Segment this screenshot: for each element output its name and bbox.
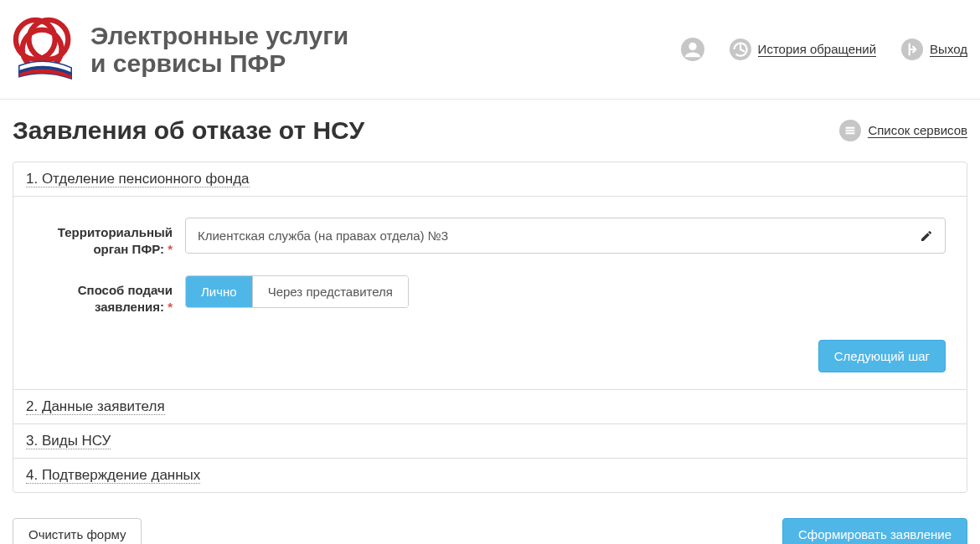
bottom-actions: Очистить форму Сформировать заявление [13, 518, 967, 544]
required-asterisk: * [168, 242, 173, 256]
svg-rect-8 [846, 127, 855, 129]
step-2-header[interactable]: 2. Данные заявителя [13, 390, 967, 424]
header-actions: История обращений Выход [681, 38, 967, 61]
step-3-title: 3. Виды НСУ [26, 433, 111, 449]
history-icon [730, 38, 751, 60]
svg-rect-9 [846, 130, 855, 131]
user-icon[interactable] [681, 38, 704, 61]
svg-rect-10 [846, 132, 855, 134]
method-toggle: Лично Через представителя [185, 275, 409, 308]
page-title: Заявления об отказе от НСУ [13, 116, 364, 145]
territory-row: Территориальный орган ПФР: * Клиентская … [34, 218, 946, 257]
method-personal-button[interactable]: Лично [186, 276, 252, 307]
brand-title: Электронные услуги и сервисы ПФР [90, 22, 348, 77]
method-rep-button[interactable]: Через представителя [252, 276, 408, 307]
logout-link-text: Выход [930, 42, 967, 57]
pencil-icon [920, 229, 933, 243]
method-label: Способ подачи заявления: * [34, 275, 185, 315]
territory-label: Территориальный орган ПФР: * [34, 218, 185, 257]
step-1-actions: Следующий шаг [34, 340, 946, 372]
services-list-link[interactable]: Список сервисов [839, 120, 967, 141]
step-3-header[interactable]: 3. Виды НСУ [13, 424, 967, 459]
step-1-body: Территориальный орган ПФР: * Клиентская … [13, 197, 967, 390]
territory-value: Клиентская служба (на правах отдела) №3 [198, 228, 920, 243]
logout-link[interactable]: Выход [901, 38, 967, 60]
step-2-title: 2. Данные заявителя [26, 398, 165, 415]
site-header: Электронные услуги и сервисы ПФР История… [0, 0, 980, 100]
brand: Электронные услуги и сервисы ПФР [13, 17, 348, 82]
brand-line-2: и сервисы ПФР [90, 49, 348, 77]
territory-input[interactable]: Клиентская служба (на правах отдела) №3 [185, 218, 946, 254]
method-row: Способ подачи заявления: * Лично Через п… [34, 275, 946, 315]
brand-line-1: Электронные услуги [90, 22, 348, 49]
clear-form-button[interactable]: Очистить форму [13, 518, 142, 544]
step-4-header[interactable]: 4. Подтверждение данных [13, 459, 967, 492]
form-accordion: 1. Отделение пенсионного фонда Территори… [13, 162, 967, 493]
step-4-title: 4. Подтверждение данных [26, 467, 200, 484]
logout-icon [901, 38, 923, 60]
required-asterisk: * [168, 300, 173, 314]
list-icon [839, 120, 861, 141]
page-title-row: Заявления об отказе от НСУ Список сервис… [13, 116, 967, 145]
svg-point-4 [689, 43, 696, 50]
services-list-text: Список сервисов [868, 123, 967, 138]
history-link-text: История обращений [758, 42, 877, 57]
page-body: Заявления об отказе от НСУ Список сервис… [0, 100, 980, 544]
pfr-logo-icon [13, 17, 78, 82]
submit-form-button[interactable]: Сформировать заявление [782, 518, 967, 544]
history-link[interactable]: История обращений [730, 38, 877, 60]
next-step-button[interactable]: Следующий шаг [818, 340, 946, 372]
step-1-title: 1. Отделение пенсионного фонда [26, 171, 250, 187]
step-1-header[interactable]: 1. Отделение пенсионного фонда [13, 162, 967, 197]
